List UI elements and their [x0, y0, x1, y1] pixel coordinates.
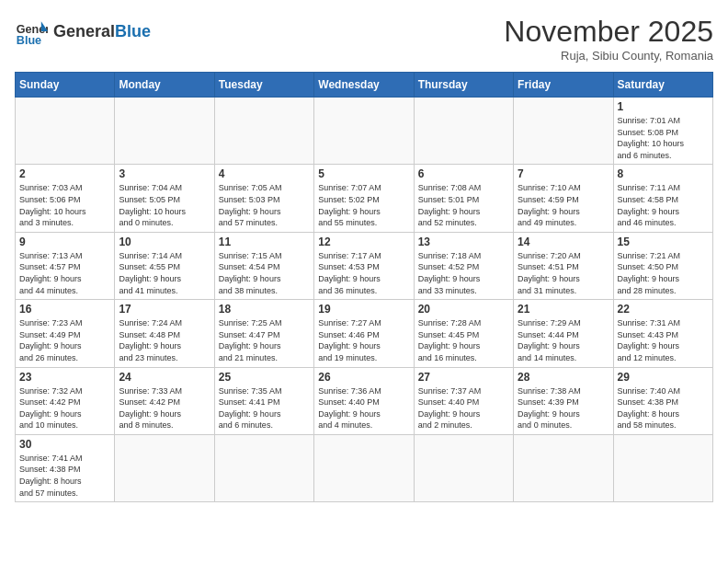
day-number: 3 [119, 167, 210, 180]
day-number: 29 [618, 371, 709, 384]
day-cell-24: 24 Sunrise: 7:33 AMSunset: 4:42 PMDaylig… [115, 367, 214, 434]
col-wednesday: Wednesday [314, 73, 414, 98]
day-info: Sunrise: 7:04 AMSunset: 5:05 PMDaylight:… [119, 183, 186, 227]
day-number: 21 [518, 303, 609, 316]
day-cell-empty [214, 434, 313, 501]
col-monday: Monday [115, 73, 214, 98]
weekday-header-row: Sunday Monday Tuesday Wednesday Thursday… [16, 73, 713, 98]
day-cell-empty [514, 98, 613, 165]
day-info: Sunrise: 7:18 AMSunset: 4:52 PMDaylight:… [418, 251, 482, 295]
day-cell-28: 28 Sunrise: 7:38 AMSunset: 4:39 PMDaylig… [514, 367, 613, 434]
logo-icon: General Blue [15, 15, 48, 48]
day-cell-11: 11 Sunrise: 7:15 AMSunset: 4:54 PMDaylig… [214, 232, 313, 299]
day-cell-19: 19 Sunrise: 7:27 AMSunset: 4:46 PMDaylig… [314, 300, 414, 367]
day-cell-1: 1 Sunrise: 7:01 AMSunset: 5:08 PMDayligh… [613, 98, 712, 165]
day-number: 12 [318, 236, 409, 248]
day-cell-6: 6 Sunrise: 7:08 AMSunset: 5:01 PMDayligh… [414, 165, 513, 232]
day-info: Sunrise: 7:14 AMSunset: 4:55 PMDaylight:… [119, 251, 182, 295]
day-info: Sunrise: 7:10 AMSunset: 4:59 PMDaylight:… [518, 183, 581, 227]
day-cell-7: 7 Sunrise: 7:10 AMSunset: 4:59 PMDayligh… [514, 165, 613, 232]
col-thursday: Thursday [414, 73, 513, 98]
day-cell-3: 3 Sunrise: 7:04 AMSunset: 5:05 PMDayligh… [115, 165, 214, 232]
day-info: Sunrise: 7:13 AMSunset: 4:57 PMDaylight:… [19, 251, 83, 295]
day-info: Sunrise: 7:08 AMSunset: 5:01 PMDaylight:… [418, 183, 482, 227]
day-number: 22 [618, 303, 709, 316]
day-cell-23: 23 Sunrise: 7:32 AMSunset: 4:42 PMDaylig… [16, 367, 115, 434]
day-info: Sunrise: 7:36 AMSunset: 4:40 PMDaylight:… [318, 386, 381, 431]
calendar-row-4: 16 Sunrise: 7:23 AMSunset: 4:49 PMDaylig… [16, 300, 713, 367]
day-info: Sunrise: 7:03 AMSunset: 5:06 PMDaylight:… [19, 183, 86, 227]
day-cell-empty [16, 98, 115, 165]
day-info: Sunrise: 7:15 AMSunset: 4:54 PMDaylight:… [219, 251, 282, 295]
day-number: 17 [119, 303, 210, 316]
day-number: 8 [618, 167, 709, 180]
day-cell-29: 29 Sunrise: 7:40 AMSunset: 4:38 PMDaylig… [613, 367, 712, 434]
day-info: Sunrise: 7:11 AMSunset: 4:58 PMDaylight:… [618, 183, 681, 227]
calendar-row-1: 1 Sunrise: 7:01 AMSunset: 5:08 PMDayligh… [16, 98, 713, 165]
day-number: 9 [19, 236, 110, 248]
day-cell-9: 9 Sunrise: 7:13 AMSunset: 4:57 PMDayligh… [16, 232, 115, 299]
day-number: 1 [618, 100, 709, 113]
day-number: 14 [518, 236, 609, 248]
day-cell-empty [613, 434, 712, 501]
svg-text:Blue: Blue [17, 34, 41, 47]
day-info: Sunrise: 7:21 AMSunset: 4:50 PMDaylight:… [618, 251, 681, 295]
logo: General Blue GeneralBlue [15, 15, 151, 48]
day-cell-empty [314, 98, 414, 165]
calendar-table: Sunday Monday Tuesday Wednesday Thursday… [15, 72, 713, 502]
day-info: Sunrise: 7:31 AMSunset: 4:43 PMDaylight:… [618, 318, 681, 362]
col-saturday: Saturday [613, 73, 712, 98]
page-header: General Blue GeneralBlue November 2025 R… [15, 15, 713, 63]
day-info: Sunrise: 7:33 AMSunset: 4:42 PMDaylight:… [119, 386, 182, 431]
calendar-row-3: 9 Sunrise: 7:13 AMSunset: 4:57 PMDayligh… [16, 232, 713, 299]
day-cell-empty [214, 98, 313, 165]
day-info: Sunrise: 7:25 AMSunset: 4:47 PMDaylight:… [219, 318, 282, 362]
day-cell-18: 18 Sunrise: 7:25 AMSunset: 4:47 PMDaylig… [214, 300, 313, 367]
day-number: 27 [418, 371, 509, 384]
title-block: November 2025 Ruja, Sibiu County, Romani… [504, 15, 713, 63]
day-cell-empty [115, 434, 214, 501]
day-number: 23 [19, 371, 110, 384]
day-number: 25 [219, 371, 310, 384]
day-cell-2: 2 Sunrise: 7:03 AMSunset: 5:06 PMDayligh… [16, 165, 115, 232]
logo-text: GeneralBlue [53, 22, 151, 41]
day-cell-20: 20 Sunrise: 7:28 AMSunset: 4:45 PMDaylig… [414, 300, 513, 367]
day-number: 15 [618, 236, 709, 248]
day-cell-8: 8 Sunrise: 7:11 AMSunset: 4:58 PMDayligh… [613, 165, 712, 232]
day-cell-empty [414, 98, 513, 165]
day-info: Sunrise: 7:29 AMSunset: 4:44 PMDaylight:… [518, 318, 581, 362]
day-number: 26 [318, 371, 409, 384]
day-cell-empty [414, 434, 513, 501]
day-cell-13: 13 Sunrise: 7:18 AMSunset: 4:52 PMDaylig… [414, 232, 513, 299]
day-cell-16: 16 Sunrise: 7:23 AMSunset: 4:49 PMDaylig… [16, 300, 115, 367]
day-number: 6 [418, 167, 509, 180]
col-sunday: Sunday [16, 73, 115, 98]
day-cell-12: 12 Sunrise: 7:17 AMSunset: 4:53 PMDaylig… [314, 232, 414, 299]
day-number: 4 [219, 167, 310, 180]
calendar-row-5: 23 Sunrise: 7:32 AMSunset: 4:42 PMDaylig… [16, 367, 713, 434]
day-info: Sunrise: 7:07 AMSunset: 5:02 PMDaylight:… [318, 183, 381, 227]
day-number: 30 [19, 438, 110, 451]
day-info: Sunrise: 7:28 AMSunset: 4:45 PMDaylight:… [418, 318, 482, 362]
day-info: Sunrise: 7:35 AMSunset: 4:41 PMDaylight:… [219, 386, 282, 431]
day-info: Sunrise: 7:37 AMSunset: 4:40 PMDaylight:… [418, 386, 482, 431]
day-number: 24 [119, 371, 210, 384]
day-cell-empty [514, 434, 613, 501]
day-cell-15: 15 Sunrise: 7:21 AMSunset: 4:50 PMDaylig… [613, 232, 712, 299]
col-tuesday: Tuesday [214, 73, 313, 98]
day-cell-25: 25 Sunrise: 7:35 AMSunset: 4:41 PMDaylig… [214, 367, 313, 434]
day-info: Sunrise: 7:05 AMSunset: 5:03 PMDaylight:… [219, 183, 282, 227]
day-cell-empty [314, 434, 414, 501]
col-friday: Friday [514, 73, 613, 98]
day-info: Sunrise: 7:01 AMSunset: 5:08 PMDaylight:… [618, 116, 685, 160]
day-number: 2 [19, 167, 110, 180]
day-info: Sunrise: 7:20 AMSunset: 4:51 PMDaylight:… [518, 251, 581, 295]
day-number: 5 [318, 167, 409, 180]
location: Ruja, Sibiu County, Romania [504, 49, 713, 63]
day-cell-4: 4 Sunrise: 7:05 AMSunset: 5:03 PMDayligh… [214, 165, 313, 232]
day-cell-22: 22 Sunrise: 7:31 AMSunset: 4:43 PMDaylig… [613, 300, 712, 367]
day-number: 19 [318, 303, 409, 316]
day-info: Sunrise: 7:27 AMSunset: 4:46 PMDaylight:… [318, 318, 381, 362]
day-number: 10 [119, 236, 210, 248]
day-number: 20 [418, 303, 509, 316]
